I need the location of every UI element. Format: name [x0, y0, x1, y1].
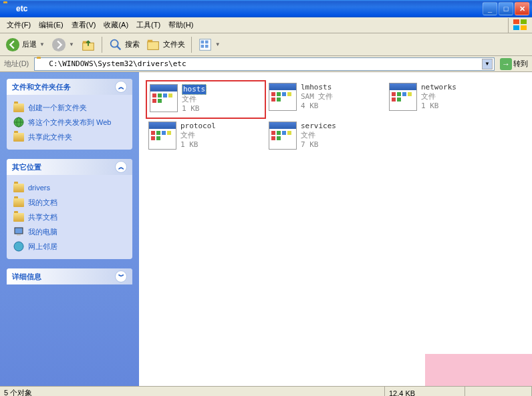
back-dropdown-icon[interactable]: ▼: [39, 41, 45, 47]
windows-logo-icon: [508, 18, 532, 33]
svg-point-5: [52, 37, 65, 51]
up-button[interactable]: [78, 35, 98, 54]
file-info: services 文件 7 KB: [301, 122, 336, 149]
task-share-folder[interactable]: 共享此文件夹: [13, 130, 126, 144]
back-label: 后退: [22, 39, 37, 49]
views-dropdown-icon[interactable]: ▼: [215, 41, 221, 47]
status-count: 5 个对象: [0, 387, 385, 396]
file-type: 文件: [421, 92, 456, 102]
file-type: 文件: [301, 131, 336, 140]
svg-rect-15: [201, 45, 204, 48]
minimize-button[interactable]: _: [483, 2, 497, 15]
folder-icon: [13, 182, 24, 193]
separator: [191, 37, 192, 53]
panel-details-title: 详细信息: [12, 272, 41, 282]
svg-rect-20: [15, 228, 23, 234]
network-icon: [13, 241, 24, 252]
globe-icon: [13, 117, 24, 128]
menu-help[interactable]: 帮助(H): [164, 18, 197, 32]
svg-point-4: [6, 37, 19, 51]
file-type: 文件: [182, 95, 207, 104]
folder-icon: [36, 59, 47, 69]
search-button[interactable]: 搜索: [106, 35, 142, 54]
file-name: networks: [421, 83, 456, 92]
folders-label: 文件夹: [163, 39, 185, 49]
menubar: 文件(F) 编辑(E) 查看(V) 收藏(A) 工具(T) 帮助(H): [0, 17, 532, 33]
maximize-button[interactable]: □: [499, 2, 513, 15]
menu-tools[interactable]: 工具(T): [132, 18, 164, 32]
svg-rect-13: [201, 40, 204, 43]
panel-places-header[interactable]: 其它位置 ︽: [7, 159, 132, 175]
titlebar: etc _ □ ✕: [0, 0, 532, 17]
menu-favorites[interactable]: 收藏(A): [100, 18, 132, 32]
panel-details: 详细信息 ︾: [7, 268, 132, 284]
collapse-icon[interactable]: ︽: [115, 81, 127, 93]
views-button[interactable]: ▼: [195, 35, 223, 54]
file-size: 1 KB: [421, 102, 456, 111]
svg-rect-1: [521, 19, 527, 24]
content-pane[interactable]: hosts 文件 1 KB lmhosts SAM 文件 4 KB networ…: [139, 72, 532, 386]
folder-icon: [3, 3, 13, 14]
forward-dropdown-icon[interactable]: ▼: [69, 41, 74, 47]
file-icon: [269, 122, 297, 150]
address-combo[interactable]: C:\WINDOWS\System32\drivers\etc ▼: [34, 57, 495, 71]
separator: [102, 37, 102, 53]
file-icon: [389, 83, 417, 111]
sidebar: 文件和文件夹任务 ︽ 创建一个新文件夹 将这个文件夹发布到 Web 共享此文件夹: [0, 72, 139, 386]
go-label: 转到: [513, 59, 528, 69]
place-drivers[interactable]: drivers: [13, 180, 126, 195]
file-info: hosts 文件 1 KB: [182, 84, 207, 113]
file-item-networks[interactable]: networks 文件 1 KB: [386, 80, 507, 119]
task-publish-web[interactable]: 将这个文件夹发布到 Web: [13, 115, 126, 130]
panel-tasks: 文件和文件夹任务 ︽ 创建一个新文件夹 将这个文件夹发布到 Web 共享此文件夹: [7, 79, 132, 150]
svg-rect-10: [148, 41, 159, 49]
file-info: networks 文件 1 KB: [421, 83, 456, 110]
go-button[interactable]: → 转到: [497, 57, 531, 71]
expand-icon[interactable]: ︾: [115, 270, 127, 282]
place-my-computer[interactable]: 我的电脑: [13, 224, 126, 239]
file-size: 1 KB: [180, 140, 216, 150]
search-label: 搜索: [125, 39, 140, 49]
panel-tasks-title: 文件和文件夹任务: [12, 82, 71, 92]
file-icon: [148, 122, 176, 150]
back-button[interactable]: 后退 ▼: [3, 35, 47, 54]
svg-rect-3: [521, 25, 527, 30]
panel-tasks-header[interactable]: 文件和文件夹任务 ︽: [7, 79, 132, 95]
file-size: 4 KB: [301, 102, 334, 111]
panel-details-header[interactable]: 详细信息 ︾: [7, 268, 132, 284]
forward-button[interactable]: ▼: [49, 35, 77, 54]
file-type: 文件: [180, 131, 216, 140]
main-area: 文件和文件夹任务 ︽ 创建一个新文件夹 将这个文件夹发布到 Web 共享此文件夹: [0, 72, 532, 386]
file-item-services[interactable]: services 文件 7 KB: [266, 119, 386, 158]
collapse-icon[interactable]: ︽: [115, 161, 127, 173]
svg-rect-14: [205, 40, 209, 43]
file-info: lmhosts SAM 文件 4 KB: [301, 83, 334, 110]
address-path: C:\WINDOWS\System32\drivers\etc: [49, 59, 482, 68]
statusbar: 5 个对象 12.4 KB: [0, 386, 532, 396]
file-info: protocol 文件 1 KB: [180, 122, 216, 149]
place-shared-documents[interactable]: 共享文档: [13, 210, 126, 224]
panel-places-title: 其它位置: [12, 162, 41, 172]
menu-file[interactable]: 文件(F): [3, 18, 35, 32]
svg-line-9: [117, 45, 121, 49]
status-size: 12.4 KB: [385, 387, 465, 396]
folders-button[interactable]: 文件夹: [144, 35, 188, 54]
status-zone: [465, 387, 532, 396]
task-new-folder[interactable]: 创建一个新文件夹: [13, 100, 126, 115]
place-my-documents[interactable]: 我的文档: [13, 195, 126, 210]
folder-icon: [13, 212, 24, 222]
go-arrow-icon: →: [500, 58, 512, 70]
svg-rect-16: [205, 45, 209, 48]
file-item-hosts[interactable]: hosts 文件 1 KB: [146, 80, 266, 119]
file-list: hosts 文件 1 KB lmhosts SAM 文件 4 KB networ…: [146, 80, 525, 158]
svg-point-22: [14, 242, 23, 251]
toolbar: 后退 ▼ ▼ 搜索 文件夹 ▼: [0, 33, 532, 56]
file-item-protocol[interactable]: protocol 文件 1 KB: [146, 119, 266, 158]
address-dropdown-icon[interactable]: ▼: [482, 59, 493, 69]
menu-view[interactable]: 查看(V): [68, 18, 100, 32]
menu-edit[interactable]: 编辑(E): [35, 18, 68, 32]
close-button[interactable]: ✕: [515, 2, 529, 15]
file-item-lmhosts[interactable]: lmhosts SAM 文件 4 KB: [266, 80, 386, 119]
place-network[interactable]: 网上邻居: [13, 239, 126, 254]
svg-rect-21: [17, 234, 21, 236]
